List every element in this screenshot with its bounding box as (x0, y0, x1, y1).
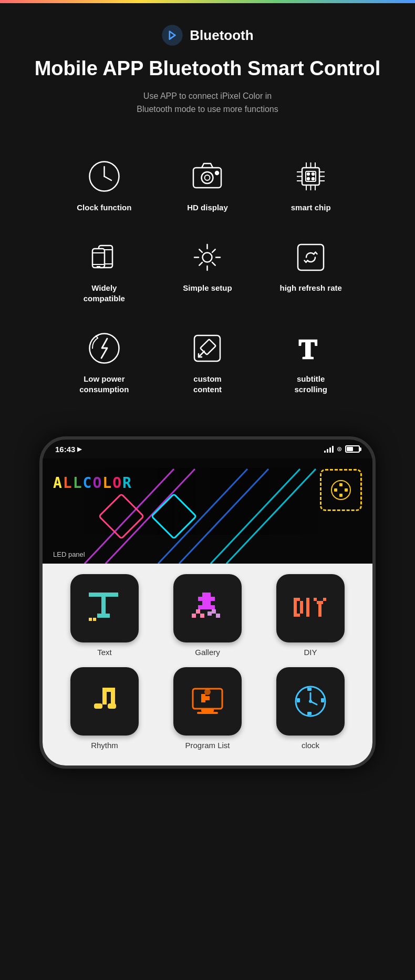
svg-rect-104 (306, 604, 309, 607)
svg-point-5 (202, 172, 213, 183)
svg-rect-79 (206, 601, 211, 605)
led-screen: ALLCOLOR LED panel (43, 458, 372, 564)
svg-rect-61 (110, 593, 114, 597)
svg-rect-96 (297, 598, 300, 601)
gallery-app-icon[interactable] (173, 574, 242, 642)
svg-rect-72 (202, 593, 206, 597)
led-panel-icon (320, 469, 362, 511)
svg-rect-99 (300, 607, 303, 610)
app-item-diy[interactable]: DIY (264, 574, 357, 657)
main-title: Mobile APP Bluetooth Smart Control (11, 57, 404, 81)
rhythm-app-icon[interactable] (70, 667, 139, 736)
svg-rect-102 (306, 598, 309, 601)
text-app-icon[interactable] (70, 574, 139, 642)
app-grid-screen: Text (43, 564, 372, 765)
svg-rect-126 (108, 703, 116, 709)
features-grid: Clock function HD display (24, 127, 391, 426)
smart-chip-label: smart chip (291, 202, 331, 213)
svg-rect-128 (201, 709, 214, 712)
svg-rect-55 (339, 494, 343, 497)
svg-point-23 (312, 173, 314, 175)
app-item-gallery[interactable]: Gallery (161, 574, 254, 657)
custom-content-label: customcontent (193, 374, 222, 394)
svg-rect-112 (318, 604, 321, 607)
svg-rect-108 (314, 598, 317, 601)
svg-rect-130 (201, 694, 205, 698)
svg-rect-80 (198, 605, 202, 609)
gear-icon (189, 239, 226, 275)
clock-app-label: clock (302, 741, 319, 750)
diy-app-label: DIY (304, 648, 317, 657)
svg-rect-82 (206, 605, 211, 609)
widely-compatible-label: Widelycompatible (84, 283, 125, 303)
svg-rect-136 (307, 712, 312, 715)
svg-rect-68 (101, 614, 106, 618)
svg-rect-56 (89, 593, 93, 597)
svg-rect-57 (93, 593, 97, 597)
svg-point-24 (307, 178, 309, 180)
app-item-program-list[interactable]: Program List (161, 667, 254, 750)
svg-rect-59 (101, 593, 106, 597)
svg-rect-71 (93, 618, 96, 621)
svg-rect-77 (211, 597, 215, 601)
svg-rect-64 (101, 601, 106, 605)
svg-rect-114 (318, 610, 321, 614)
svg-rect-123 (111, 696, 115, 700)
svg-rect-110 (317, 601, 320, 604)
program-list-app-label: Program List (185, 741, 230, 750)
svg-rect-86 (200, 614, 204, 618)
simple-setup-label: Simple setup (183, 283, 232, 293)
svg-rect-34 (298, 244, 324, 270)
feature-custom-content: customcontent (159, 319, 257, 405)
svg-rect-74 (198, 597, 202, 601)
svg-rect-63 (101, 597, 106, 601)
svg-rect-8 (302, 168, 319, 185)
svg-rect-92 (294, 604, 297, 607)
clock-icon (86, 158, 122, 195)
svg-rect-120 (102, 692, 107, 696)
svg-point-0 (162, 25, 182, 45)
camera-icon (189, 158, 226, 195)
svg-rect-70 (89, 618, 92, 621)
feature-widely-compatible: Widelycompatible (55, 228, 153, 314)
svg-rect-54 (345, 488, 348, 492)
svg-rect-109 (323, 598, 326, 601)
svg-rect-117 (107, 688, 111, 692)
svg-point-22 (307, 173, 309, 175)
svg-rect-105 (306, 607, 309, 610)
feature-hd-display: HD display (159, 148, 257, 223)
subtitle-scrolling-label: subtitlescrolling (294, 374, 327, 394)
svg-rect-115 (318, 614, 321, 617)
svg-rect-53 (334, 488, 337, 492)
app-item-text[interactable]: Text (58, 574, 151, 657)
svg-rect-85 (196, 609, 200, 614)
program-list-app-icon[interactable] (173, 667, 242, 736)
app-item-clock[interactable]: clock (264, 667, 357, 750)
feature-clock-function: Clock function (55, 148, 153, 223)
refresh-icon (293, 239, 329, 275)
svg-rect-78 (202, 601, 206, 605)
svg-rect-73 (206, 593, 211, 597)
feature-smart-chip: smart chip (262, 148, 360, 223)
svg-rect-135 (307, 688, 312, 691)
svg-rect-101 (297, 614, 300, 617)
feature-simple-setup: Simple setup (159, 228, 257, 314)
svg-rect-97 (300, 601, 303, 604)
app-item-rhythm[interactable]: Rhythm (58, 667, 151, 750)
svg-rect-138 (321, 698, 324, 702)
bluetooth-header: Bluetooth (11, 24, 404, 46)
low-power-label: Low powerconsumption (79, 374, 129, 394)
svg-rect-62 (114, 593, 118, 597)
feature-high-refresh: high refresh rate (262, 228, 360, 314)
clock-app-icon[interactable] (276, 667, 345, 736)
svg-rect-103 (306, 601, 309, 604)
diy-app-icon[interactable] (276, 574, 345, 642)
subtitle: Use APP to connect iPixel Color inBlueto… (102, 89, 313, 116)
phone-status-bar: 16:43 ▶ ⊛ (43, 440, 372, 458)
chip-icon (293, 158, 329, 195)
battery-icon (345, 445, 360, 453)
feature-low-power: Low powerconsumption (55, 319, 153, 405)
svg-rect-119 (111, 692, 115, 696)
phone-notch (173, 440, 242, 454)
led-text: ALLCOLOR (53, 474, 132, 492)
